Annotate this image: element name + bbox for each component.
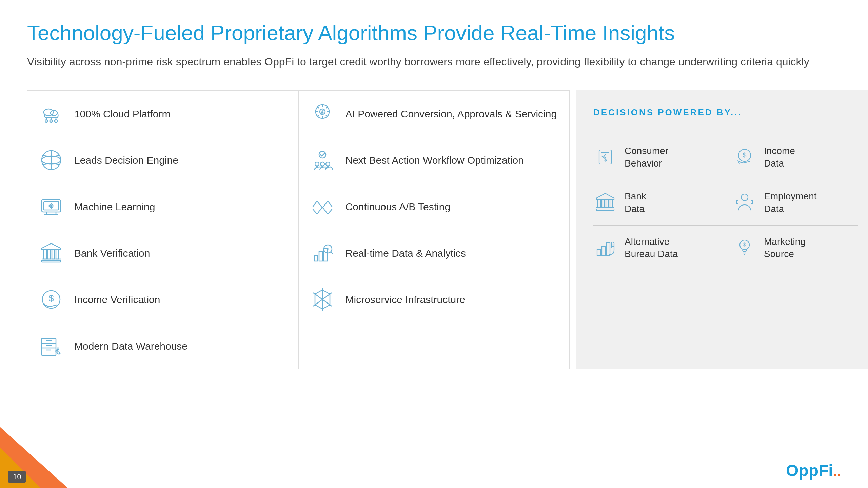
svg-rect-78 <box>602 199 605 208</box>
leads-decision-icon <box>38 147 65 174</box>
svg-point-53 <box>326 162 330 166</box>
decision-item-consumer: $ ConsumerBehavior <box>593 135 726 180</box>
income-data-icon: $ <box>733 145 756 169</box>
decision-item-bank: BankData <box>593 180 726 226</box>
svg-rect-79 <box>606 199 609 208</box>
feature-label: Machine Learning <box>74 200 155 213</box>
decision-label: IncomeData <box>764 145 795 170</box>
features-grid: 100% Cloud Platform Leads Decision Engi <box>27 90 570 369</box>
svg-rect-77 <box>598 199 600 208</box>
microservice-icon <box>309 286 336 313</box>
svg-point-19 <box>51 205 52 207</box>
feature-label: AI Powered Conversion, Approvals & Servi… <box>346 107 557 120</box>
machine-learning-icon <box>38 193 65 220</box>
feature-label: Leads Decision Engine <box>74 154 178 167</box>
next-best-action-icon <box>309 147 336 174</box>
decision-item-employment: EmploymentData <box>726 180 858 226</box>
list-item: Microservice Infrastructure <box>299 276 570 323</box>
feature-label: Income Verification <box>74 293 160 306</box>
svg-point-51 <box>315 162 319 166</box>
feature-label: Microservice Infrastructure <box>346 293 465 306</box>
oppfi-logo: OppFi.. <box>786 461 841 480</box>
feature-label: 100% Cloud Platform <box>74 107 170 120</box>
svg-text:$: $ <box>743 242 746 247</box>
slide-title: Technology-Fueled Proprietary Algorithms… <box>27 20 841 45</box>
svg-rect-26 <box>48 250 51 259</box>
decision-label: EmploymentData <box>764 190 817 215</box>
svg-line-58 <box>331 252 333 254</box>
list-item: Machine Learning <box>27 183 298 230</box>
list-item: Bank Verification <box>27 230 298 276</box>
decision-item-income: $ IncomeData <box>726 135 858 180</box>
feature-col-left: 100% Cloud Platform Leads Decision Engi <box>27 90 298 369</box>
svg-point-83 <box>741 194 748 201</box>
consumer-behavior-icon: $ <box>593 145 617 169</box>
svg-point-52 <box>320 162 324 166</box>
decision-label: AlternativeBureau Data <box>625 236 678 260</box>
employment-data-icon <box>733 190 756 214</box>
svg-point-18 <box>50 204 53 208</box>
list-item: $ Income Verification <box>27 276 298 323</box>
svg-line-69 <box>313 305 315 306</box>
svg-line-49 <box>318 115 319 116</box>
svg-rect-25 <box>44 250 46 259</box>
bank-verification-icon <box>38 239 65 267</box>
svg-point-1 <box>51 110 57 116</box>
bank-data-icon <box>593 190 617 214</box>
list-item: Real-time Data & Analytics <box>299 230 570 276</box>
decisions-box: DECISIONS POWERED BY... $ ConsumerBehavi… <box>576 90 868 369</box>
svg-text:$: $ <box>48 293 54 304</box>
logo-text: OppFi <box>786 462 833 480</box>
svg-rect-55 <box>319 252 322 261</box>
svg-rect-54 <box>314 256 318 261</box>
list-item: 100% Cloud Platform <box>27 91 298 137</box>
svg-rect-30 <box>42 260 61 262</box>
svg-rect-90 <box>597 250 600 256</box>
slide-container: Technology-Fueled Proprietary Algorithms… <box>0 0 868 488</box>
ai-powered-icon <box>309 100 336 127</box>
svg-line-47 <box>326 115 327 116</box>
svg-line-67 <box>330 305 332 306</box>
svg-rect-80 <box>610 199 613 208</box>
page-number: 10 <box>8 471 26 483</box>
realtime-data-icon <box>309 239 336 267</box>
slide-subtitle: Visibility across non-prime risk spectru… <box>27 54 841 70</box>
svg-rect-28 <box>56 250 59 259</box>
marketing-source-icon: $ <box>733 236 756 259</box>
svg-rect-82 <box>596 209 614 211</box>
cloud-platform-icon <box>38 100 65 127</box>
svg-rect-33 <box>42 338 56 355</box>
svg-text:$: $ <box>743 151 746 159</box>
svg-rect-91 <box>602 246 605 256</box>
list-item: Modern Data Warehouse <box>27 323 298 369</box>
decisions-grid: $ ConsumerBehavior $ <box>593 135 858 270</box>
svg-rect-92 <box>607 243 610 256</box>
decision-label: ConsumerBehavior <box>625 145 668 170</box>
main-content: 100% Cloud Platform Leads Decision Engi <box>27 90 841 369</box>
decisions-title: DECISIONS POWERED BY... <box>593 107 858 118</box>
ab-testing-icon <box>309 193 336 220</box>
list-item: Leads Decision Engine <box>27 137 298 183</box>
decision-label: BankData <box>625 190 646 215</box>
feature-label: Bank Verification <box>74 247 150 260</box>
feature-label: Real-time Data & Analytics <box>346 247 466 260</box>
svg-line-48 <box>326 107 327 108</box>
decision-item-bureau: AlternativeBureau Data <box>593 226 726 271</box>
list-item: Next Best Action Workflow Optimization <box>299 137 570 183</box>
decision-item-marketing: $ MarketingSource <box>726 226 858 271</box>
bureau-data-icon <box>593 236 617 259</box>
svg-line-46 <box>318 107 319 108</box>
feature-label: Modern Data Warehouse <box>74 339 188 353</box>
list-item: AI Powered Conversion, Approvals & Servi… <box>299 91 570 137</box>
feature-label: Continuous A/B Testing <box>346 200 451 213</box>
svg-marker-76 <box>596 193 614 199</box>
logo-dots: .. <box>833 463 841 479</box>
svg-line-66 <box>330 293 332 294</box>
svg-text:$: $ <box>604 157 607 162</box>
svg-rect-27 <box>52 250 55 259</box>
feature-col-right: AI Powered Conversion, Approvals & Servi… <box>298 90 570 369</box>
data-warehouse-icon <box>38 332 65 359</box>
list-item: Continuous A/B Testing <box>299 183 570 230</box>
decision-label: MarketingSource <box>764 236 806 260</box>
svg-line-70 <box>313 293 315 294</box>
